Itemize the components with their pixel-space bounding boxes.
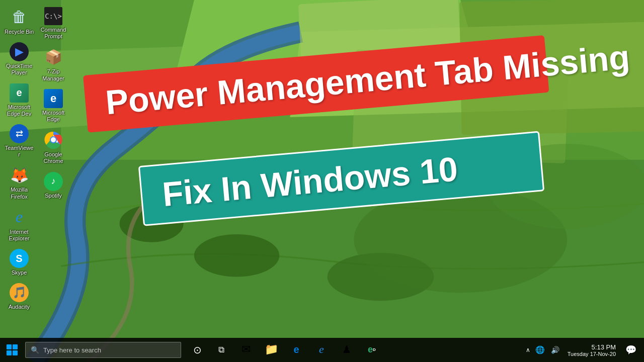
system-tray: ∧ 🌐 🔊 5:13 PM Tuesday 17-Nov-20 💬 (525, 341, 644, 359)
desktop-icons-area: 🗑 Recycle Bin ▶ QuickTime Player e Micro… (0, 0, 73, 332)
spotify-icon: ♪ (44, 172, 63, 191)
icon-skype[interactable]: S Skype (2, 246, 36, 279)
sound-icon[interactable]: 🔊 (549, 345, 561, 355)
teamviewer-label: TeamViewer (4, 145, 34, 158)
recycle-bin-icon: 🗑 (9, 7, 29, 27)
spotify-label: Spotify (45, 193, 62, 199)
system-clock[interactable]: 5:13 PM Tuesday 17-Nov-20 (564, 342, 620, 358)
msedge-icon: e (44, 89, 63, 108)
icon-chrome[interactable]: Google Chrome (36, 127, 70, 167)
edge-dev-taskbar[interactable]: eD (360, 338, 383, 362)
icon-teamviewer[interactable]: ⇄ TeamViewer (2, 121, 36, 161)
mail-taskbar[interactable]: ✉ (234, 338, 258, 362)
ie-taskbar[interactable]: e (310, 338, 333, 362)
windows-logo-icon (7, 344, 18, 355)
sevenz-icon: 📦 (43, 47, 63, 67)
firefox-label: Mozilla Firefox (4, 187, 34, 200)
icon-sevenz[interactable]: 📦 7-Zip Manager (36, 44, 70, 84)
ie-icon: e (9, 207, 29, 227)
search-icon: 🔍 (31, 346, 39, 354)
icon-firefox[interactable]: 🦊 Mozilla Firefox (2, 162, 36, 203)
icon-cmd[interactable]: C:\> Command Prompt (36, 4, 70, 43)
icon-spotify[interactable]: ♪ Spotify (36, 169, 70, 202)
steam-taskbar[interactable]: ♟ (335, 338, 358, 362)
network-icon[interactable]: 🌐 (533, 344, 547, 355)
icon-ie[interactable]: e Internet Explorer (2, 204, 36, 245)
sevenz-label: 7-Zip Manager (38, 68, 68, 81)
clock-time: 5:13 PM (568, 343, 616, 351)
quicktime-icon: ▶ (10, 42, 29, 61)
cmd-label: Command Prompt (38, 27, 68, 40)
desktop-background (0, 0, 644, 362)
chrome-label: Google Chrome (38, 151, 68, 164)
taskbar-search[interactable]: 🔍 Type here to search (25, 342, 181, 358)
svg-rect-7 (459, 0, 644, 135)
audacity-icon: 🎵 (10, 283, 29, 302)
icon-recycle-bin[interactable]: 🗑 Recycle Bin (2, 4, 36, 38)
cortana-button[interactable]: ⊙ (186, 339, 208, 361)
skype-icon: S (10, 249, 29, 268)
recycle-bin-label: Recycle Bin (5, 29, 34, 35)
icon-quicktime[interactable]: ▶ QuickTime Player (2, 39, 36, 79)
svg-point-16 (51, 137, 56, 142)
taskbar: 🔍 Type here to search ⊙ ⧉ ✉ 📁 e e ♟ eD ∧… (0, 338, 644, 362)
edge-dev-icon: e (10, 83, 29, 103)
notification-button[interactable]: 💬 (622, 341, 640, 359)
clock-date: Tuesday 17-Nov-20 (568, 351, 616, 357)
icon-audacity[interactable]: 🎵 Audacity (2, 280, 36, 313)
icon-msedge[interactable]: e Microsoft Edge (36, 86, 70, 126)
teamviewer-icon: ⇄ (10, 124, 29, 143)
start-button[interactable] (0, 338, 24, 362)
firefox-icon: 🦊 (9, 165, 29, 185)
audacity-label: Audacity (9, 304, 30, 310)
icon-edge-dev[interactable]: e Microsoft Edge Dev (2, 80, 36, 120)
msedge-label: Microsoft Edge (38, 110, 68, 123)
skype-label: Skype (12, 269, 27, 276)
task-view-button[interactable]: ⧉ (210, 339, 232, 361)
svg-point-9 (194, 234, 279, 277)
edge-dev-label: Microsoft Edge Dev (4, 104, 34, 117)
ie-label: Internet Explorer (4, 229, 34, 242)
quicktime-label: QuickTime Player (4, 63, 34, 76)
file-explorer-taskbar[interactable]: 📁 (260, 338, 283, 362)
search-placeholder-text: Type here to search (43, 346, 101, 354)
show-hidden-icons-button[interactable]: ∧ (525, 345, 531, 354)
cmd-icon: C:\> (44, 7, 62, 25)
taskbar-app-buttons: ⊙ ⧉ ✉ 📁 e e ♟ eD (186, 338, 383, 362)
chrome-icon (43, 130, 63, 150)
edge-taskbar[interactable]: e (285, 338, 308, 362)
svg-point-12 (487, 144, 644, 229)
